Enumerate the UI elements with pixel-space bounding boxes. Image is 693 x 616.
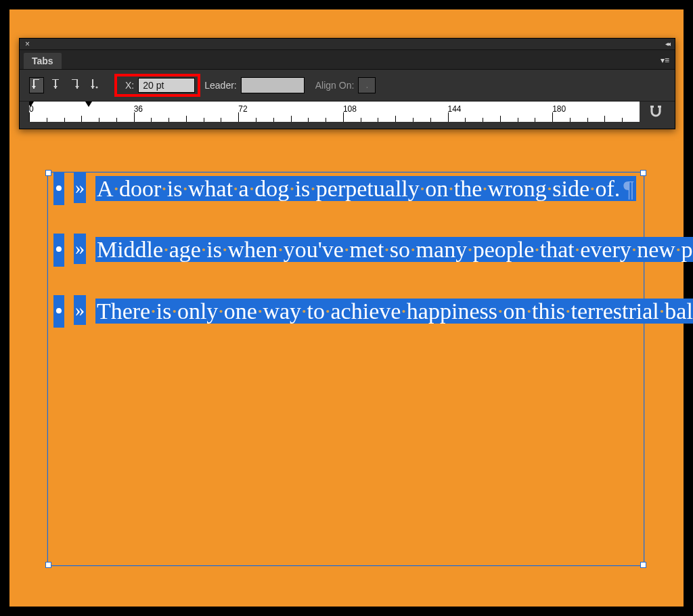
ruler-tick	[343, 112, 344, 122]
panel-titlebar[interactable]: × ◂◂	[20, 39, 675, 50]
ruler-label: 108	[343, 104, 357, 114]
list-item: •»There·is·only·one·way·to·achieve·happi…	[52, 295, 641, 328]
svg-point-0	[96, 87, 98, 89]
list-item: •»A·door·is·what·a·dog·is·perpetually·on…	[52, 173, 641, 205]
ruler-tick	[413, 118, 413, 122]
right-tab-icon	[69, 79, 80, 91]
ruler-tick	[99, 118, 99, 122]
paragraph-text[interactable]: There·is·only·one·way·to·achieve·happine…	[95, 295, 693, 328]
ruler-tick	[483, 118, 483, 122]
tab-character-icon: »	[74, 173, 86, 203]
decimal-tab-button[interactable]	[86, 77, 101, 93]
center-tab-icon	[50, 79, 61, 91]
frame-handle[interactable]	[640, 170, 646, 176]
ruler-label: 144	[448, 104, 462, 114]
tab-character-icon: »	[74, 234, 86, 264]
ruler-tick	[204, 118, 204, 122]
bullet: •	[53, 234, 64, 266]
ruler-tick	[47, 118, 47, 122]
leader-label: Leader:	[204, 80, 236, 91]
x-label: X:	[125, 80, 134, 91]
panel-tab-tabs[interactable]: Tabs	[24, 53, 62, 69]
paragraph-text[interactable]: A·door·is·what·a·dog·is·perpetually·on·t…	[95, 173, 641, 205]
ruler-label: 72	[238, 104, 247, 114]
svg-rect-1	[650, 106, 654, 108]
tabs-panel: × ◂◂ Tabs ▾≡	[19, 38, 675, 129]
decimal-tab-icon	[87, 79, 99, 91]
ruler-tick	[430, 118, 431, 122]
ruler-row: 03672108144180	[20, 102, 675, 129]
ruler-tick	[378, 118, 378, 122]
left-tab-icon	[31, 79, 42, 91]
ruler-tick	[500, 116, 501, 122]
pilcrow-icon: ¶	[621, 176, 635, 201]
close-icon[interactable]: ×	[25, 39, 30, 49]
tab-ruler[interactable]: 03672108144180	[29, 102, 640, 122]
x-position-group: X:	[117, 76, 198, 94]
ruler-tick	[395, 116, 396, 122]
ruler-tick	[465, 118, 466, 122]
ruler-tick	[151, 118, 152, 122]
ruler-tick	[221, 118, 221, 122]
ruler-tick	[308, 118, 309, 122]
align-on-input[interactable]: .	[358, 77, 376, 93]
ruler-tick	[326, 118, 326, 122]
ruler-label: 36	[134, 104, 143, 114]
ruler-tick	[238, 112, 239, 122]
ruler-tick	[518, 118, 518, 122]
x-value-input[interactable]	[138, 78, 195, 93]
frame-handle[interactable]	[640, 562, 646, 568]
ruler-tick	[169, 118, 169, 122]
ruler-tick	[134, 112, 135, 122]
document-canvas: •»A·door·is·what·a·dog·is·perpetually·on…	[27, 152, 663, 585]
bullet: •	[53, 173, 64, 205]
ruler-tick	[29, 112, 30, 122]
frame-handle[interactable]	[45, 170, 51, 176]
tab-character-icon: »	[74, 295, 86, 326]
app-window: × ◂◂ Tabs ▾≡	[9, 9, 684, 607]
snap-magnet-button[interactable]	[646, 102, 665, 121]
tab-controls-row: X: Leader: Align On: .	[20, 70, 675, 102]
ruler-tick	[448, 112, 449, 122]
center-tab-button[interactable]	[48, 77, 63, 93]
panel-tab-row: Tabs ▾≡	[20, 50, 675, 70]
ruler-label: 180	[552, 104, 566, 114]
bullet: •	[53, 295, 64, 328]
ruler-tick	[256, 118, 256, 122]
ruler-tick	[273, 118, 274, 122]
paragraph-text[interactable]: Middle·age·is·when·you've·met·so·many·pe…	[95, 234, 693, 266]
ruler-tick	[361, 118, 361, 122]
frame-handle[interactable]	[45, 562, 51, 568]
ruler-tick	[81, 116, 82, 122]
left-indent-marker[interactable]	[85, 102, 93, 108]
ruler-tick	[587, 118, 588, 122]
ruler-tick	[186, 116, 187, 122]
ruler-tick	[622, 118, 623, 122]
expand-icon[interactable]: ◂◂	[665, 40, 669, 47]
left-tab-button[interactable]	[29, 77, 44, 93]
list-item: •»Middle·age·is·when·you've·met·so·many·…	[52, 234, 641, 266]
magnet-icon	[648, 104, 663, 119]
paragraph-container: •»A·door·is·what·a·dog·is·perpetually·on…	[48, 173, 644, 328]
svg-rect-2	[658, 106, 661, 108]
ruler-tick	[291, 116, 292, 122]
ruler-tick	[570, 118, 571, 122]
leader-input[interactable]	[241, 77, 305, 93]
ruler-tick	[535, 118, 535, 122]
right-tab-button[interactable]	[67, 77, 82, 93]
ruler-tick	[116, 118, 117, 122]
align-on-label: Align On:	[315, 80, 355, 91]
ruler-tick	[64, 118, 65, 122]
ruler-label: 0	[29, 104, 34, 114]
ruler-tick	[552, 112, 553, 122]
ruler-tick	[604, 116, 605, 122]
text-frame[interactable]: •»A·door·is·what·a·dog·is·perpetually·on…	[47, 172, 644, 566]
flyout-menu-icon[interactable]: ▾≡	[661, 56, 669, 65]
